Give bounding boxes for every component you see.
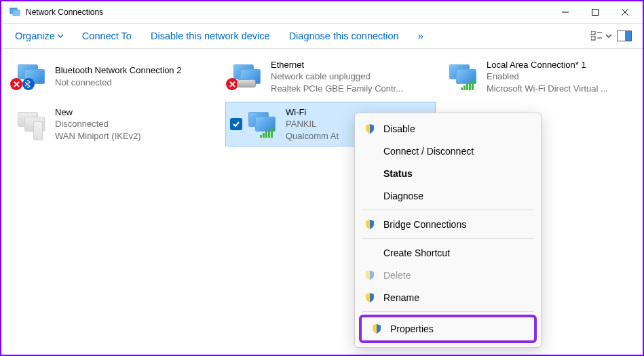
overflow-button[interactable]: » (409, 26, 433, 45)
connection-device: Microsoft Wi-Fi Direct Virtual ... (487, 83, 608, 95)
overflow-label: » (418, 31, 423, 41)
organize-label: Organize (15, 31, 55, 41)
connection-name: Local Area Connection* 1 (487, 59, 608, 71)
shield-icon (371, 323, 382, 334)
menu-delete-label: Delete (383, 270, 411, 281)
diagnose-button[interactable]: Diagnose this connection (280, 26, 409, 45)
organize-button[interactable]: Organize (5, 26, 73, 45)
menu-separator (362, 238, 534, 239)
connection-name: New (55, 106, 141, 119)
toolbar: Organize Connect To Disable this network… (1, 23, 643, 49)
content-area: ✕ Bluetooth Network Connection 2 Not con… (1, 49, 643, 152)
connection-name: Ethernet (271, 59, 403, 71)
menu-diagnose-label: Diagnose (383, 191, 423, 201)
connection-icon (244, 105, 282, 143)
window-controls (550, 2, 640, 22)
connection-icon: ✕ (13, 58, 51, 96)
minimize-button[interactable] (550, 2, 580, 22)
menu-separator (362, 210, 534, 210)
menu-properties-highlight: Properties (359, 315, 537, 343)
connection-icon (13, 105, 51, 143)
menu-bridge[interactable]: Bridge Connections (355, 213, 541, 235)
connection-name: Bluetooth Network Connection 2 (55, 64, 181, 77)
connection-status: Enabled (487, 71, 608, 83)
connection-device: WAN Miniport (IKEv2) (55, 130, 141, 142)
window-title: Network Connections (26, 7, 550, 17)
menu-properties[interactable]: Properties (362, 317, 534, 340)
chevron-down-icon (58, 33, 63, 39)
svg-rect-6 (591, 31, 595, 35)
menu-status-label: Status (383, 168, 413, 179)
svg-rect-1 (13, 10, 20, 16)
menu-connect-label: Connect / Disconnect (383, 146, 474, 157)
menu-diagnose[interactable]: Diagnose (355, 184, 541, 207)
preview-pane-button[interactable] (617, 31, 632, 41)
disable-device-button[interactable]: Disable this network device (141, 26, 280, 45)
menu-shortcut-label: Create Shortcut (383, 248, 450, 258)
menu-disable[interactable]: Disable (355, 117, 541, 140)
menu-delete: Delete (355, 264, 541, 286)
menu-rename[interactable]: Rename (355, 286, 541, 309)
connection-item-bluetooth[interactable]: ✕ Bluetooth Network Connection 2 Not con… (10, 54, 220, 99)
diagnose-label: Diagnose this connection (289, 31, 399, 41)
connect-to-button[interactable]: Connect To (73, 26, 141, 45)
maximize-button[interactable] (580, 2, 610, 22)
app-icon (10, 7, 20, 18)
shield-icon (364, 219, 375, 230)
svg-rect-3 (592, 9, 599, 16)
menu-status[interactable]: Status (355, 162, 541, 184)
connection-status: Not connected (55, 77, 181, 89)
context-menu: Disable Connect / Disconnect Status Diag… (354, 113, 542, 348)
close-button[interactable] (610, 2, 640, 22)
menu-shortcut[interactable]: Create Shortcut (355, 241, 541, 264)
connection-device: Qualcomm At (286, 130, 339, 142)
view-mode-button[interactable] (591, 31, 611, 41)
shield-icon (364, 270, 375, 281)
menu-disable-label: Disable (383, 123, 415, 134)
shield-icon (364, 123, 375, 134)
connection-item-new[interactable]: New Disconnected WAN Miniport (IKEv2) (10, 102, 220, 146)
connection-item-local-area[interactable]: Local Area Connection* 1 Enabled Microso… (441, 54, 644, 99)
connection-status: PANKIL (286, 118, 339, 130)
titlebar: Network Connections (1, 1, 643, 23)
connection-name: Wi-Fi (286, 106, 339, 119)
connection-icon (444, 58, 482, 96)
selected-check-icon (230, 118, 242, 130)
menu-connect[interactable]: Connect / Disconnect (355, 140, 541, 162)
connection-status: Network cable unplugged (271, 71, 403, 83)
connect-to-label: Connect To (82, 31, 132, 41)
connection-icon: ✕ (229, 58, 267, 96)
menu-separator (362, 311, 534, 312)
view-icon (591, 31, 603, 41)
disable-device-label: Disable this network device (151, 31, 270, 41)
menu-properties-label: Properties (390, 323, 434, 334)
chevron-down-icon (606, 33, 611, 39)
menu-rename-label: Rename (383, 292, 419, 303)
menu-bridge-label: Bridge Connections (383, 219, 466, 230)
connection-status: Disconnected (55, 118, 141, 130)
connection-device: Realtek PCIe GBE Family Contr... (271, 83, 403, 95)
connection-item-ethernet[interactable]: ✕ Ethernet Network cable unplugged Realt… (225, 54, 436, 99)
shield-icon (364, 292, 375, 303)
svg-rect-7 (591, 37, 595, 40)
